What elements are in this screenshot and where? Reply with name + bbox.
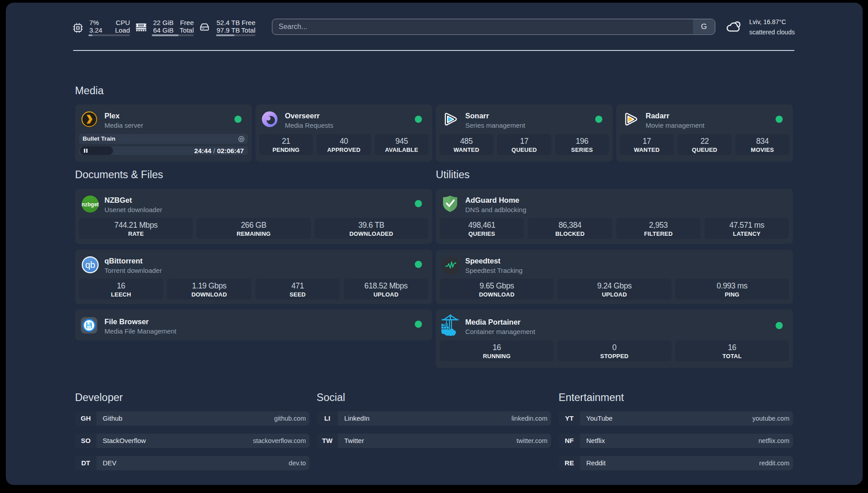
svg-text:nzbget: nzbget [82, 201, 99, 208]
svg-text:qb: qb [85, 260, 95, 270]
